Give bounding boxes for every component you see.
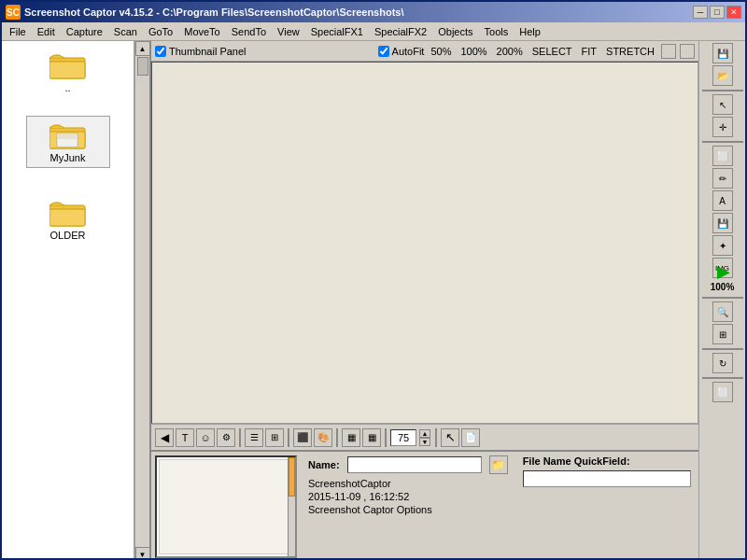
center-panel: Thumbnail Panel AutoFit 50% 100% 200% SE…	[151, 41, 698, 560]
titlebar-title: Screenshot Captor v4.15.2 - C:\Program F…	[24, 7, 404, 18]
toolbar-separator	[239, 428, 241, 447]
tb-color-button[interactable]: 🎨	[314, 428, 332, 447]
rt-green-arrow: ▶	[717, 261, 730, 282]
menu-item-view[interactable]: View	[272, 25, 305, 38]
menu-item-help[interactable]: Help	[514, 25, 546, 38]
number-spinners: ▲ ▼	[419, 429, 430, 446]
toolbar-separator4	[385, 428, 387, 447]
bottom-panel: Name: 📁 ScreenshotCaptor 2015-11-09 , 16…	[151, 450, 698, 560]
svg-rect-6	[58, 139, 77, 147]
rt-separator4	[702, 348, 743, 350]
rt-fx-button[interactable]: ✦	[712, 235, 733, 256]
menu-item-specialfx1[interactable]: SpecialFX1	[305, 25, 369, 38]
menu-item-tools[interactable]: Tools	[479, 25, 514, 38]
folder-item-myjunk[interactable]: MyJunk	[26, 116, 110, 168]
menu-item-capture[interactable]: Capture	[61, 25, 108, 38]
rt-separator2	[702, 141, 743, 143]
autofit-label: AutoFit	[392, 46, 425, 57]
main-container: .. MyJunk	[2, 41, 745, 560]
tb-list-button[interactable]: ☰	[245, 428, 263, 447]
left-panel-container: .. MyJunk	[2, 41, 151, 560]
preview-scrollbar	[288, 457, 295, 556]
tb-back-button[interactable]: ◀	[155, 428, 174, 447]
zoom-select-button[interactable]: SELECT	[529, 46, 575, 57]
scroll-down-button[interactable]: ▼	[135, 547, 150, 560]
rt-text-button[interactable]: A	[712, 190, 733, 211]
rt-separator1	[702, 90, 743, 91]
autofit-toggle[interactable]: AutoFit	[378, 46, 425, 57]
number-down-button[interactable]: ▼	[419, 438, 430, 446]
toolbar-separator3	[336, 428, 338, 447]
tb-doc-button[interactable]: 📄	[461, 428, 480, 447]
number-up-button[interactable]: ▲	[419, 429, 430, 438]
rt-open-button[interactable]: 📂	[712, 65, 733, 86]
zoom-100-button[interactable]: 100%	[458, 46, 489, 57]
menu-item-goto[interactable]: GoTo	[143, 25, 178, 38]
tb-img1-button[interactable]: ▦	[342, 428, 360, 447]
menu-item-sendto[interactable]: SendTo	[226, 25, 272, 38]
app-icon-text: SC	[7, 7, 20, 18]
zoom-stretch-button[interactable]: STRETCH	[603, 46, 657, 57]
rt-misc-button[interactable]: ⬜	[712, 382, 733, 402]
rt-save-button[interactable]: 💾	[712, 43, 733, 63]
thumbnail-canvas	[151, 62, 698, 424]
zoom-controls: AutoFit 50% 100% 200% SELECT FIT STRETCH	[378, 44, 695, 59]
titlebar-controls: ─ □ ✕	[693, 6, 741, 19]
tb-text-button[interactable]: T	[176, 428, 194, 447]
minimize-button[interactable]: ─	[693, 6, 708, 19]
quickfield-input[interactable]	[523, 470, 691, 487]
folder-item-up[interactable]: ..	[31, 50, 106, 93]
thumbnail-panel-toggle[interactable]: Thumbnail Panel	[155, 46, 247, 57]
rt-stamp2-button[interactable]: 💾	[712, 213, 733, 233]
tb-prev-button[interactable]: ⬛	[293, 428, 312, 447]
menu-item-specialfx2[interactable]: SpecialFX2	[369, 25, 432, 38]
browse-button[interactable]: 📁	[489, 455, 508, 474]
scroll-up-button[interactable]: ▲	[135, 41, 150, 56]
thumbnail-panel-checkbox[interactable]	[155, 46, 166, 57]
folder-label-older: OLDER	[50, 230, 86, 241]
folder-label-up: ..	[64, 82, 70, 93]
folder-item-older[interactable]: OLDER	[31, 198, 106, 241]
rt-cursor-button[interactable]: ↖	[712, 94, 733, 115]
scroll-thumb[interactable]	[137, 57, 148, 76]
file-browser: .. MyJunk	[2, 41, 134, 560]
menu-item-moveto[interactable]: MoveTo	[178, 25, 226, 38]
view-option-button[interactable]	[661, 44, 676, 59]
preview-scroll-thumb[interactable]	[289, 457, 295, 497]
rt-zoom-button[interactable]: 🔍	[712, 301, 733, 322]
name-input[interactable]	[347, 456, 482, 473]
folder-icon-myjunk	[49, 120, 87, 150]
rt-crop-button[interactable]: ⊞	[712, 324, 733, 344]
toolbar-separator2	[288, 428, 289, 447]
info-area: Name: 📁 ScreenshotCaptor 2015-11-09 , 16…	[301, 452, 515, 560]
rt-crosshair-button[interactable]: ✛	[712, 117, 733, 137]
svg-rect-1	[49, 62, 85, 78]
left-scrollbar: ▲ ▼	[134, 41, 149, 560]
zoom-200-button[interactable]: 200%	[494, 46, 526, 57]
file-info-list: ScreenshotCaptor 2015-11-09 , 16:12:52 S…	[308, 478, 508, 515]
close-button[interactable]: ✕	[726, 6, 741, 19]
rt-pen-button[interactable]: ✏	[712, 168, 733, 189]
zoom-number-input[interactable]: 75	[390, 429, 416, 446]
zoom-fit-button[interactable]: FIT	[579, 46, 600, 57]
app-icon: SC	[6, 5, 21, 20]
tb-cursor-button[interactable]: ↖	[441, 428, 459, 447]
restore-button[interactable]: □	[710, 6, 725, 19]
menubar: FileEditCaptureScanGoToMoveToSendToViewS…	[2, 22, 745, 41]
name-row: Name: 📁	[308, 455, 508, 474]
tb-settings-button[interactable]: ⚙	[217, 428, 235, 447]
menu-item-edit[interactable]: Edit	[32, 25, 61, 38]
zoom-50-button[interactable]: 50%	[428, 46, 454, 57]
tb-img2-button[interactable]: ▦	[362, 428, 381, 447]
view-option2-button[interactable]	[680, 44, 695, 59]
autofit-checkbox[interactable]	[378, 46, 389, 57]
svg-rect-5	[58, 134, 77, 139]
menu-item-file[interactable]: File	[4, 25, 32, 38]
rt-rect-button[interactable]: ⬜	[712, 146, 733, 166]
menu-item-scan[interactable]: Scan	[108, 25, 143, 38]
toolbar-separator5	[435, 428, 437, 447]
rt-rotate-button[interactable]: ↻	[712, 353, 733, 373]
tb-grid-button[interactable]: ⊞	[265, 428, 284, 447]
tb-stamp-button[interactable]: ☺	[196, 428, 215, 447]
menu-item-objects[interactable]: Objects	[432, 25, 478, 38]
